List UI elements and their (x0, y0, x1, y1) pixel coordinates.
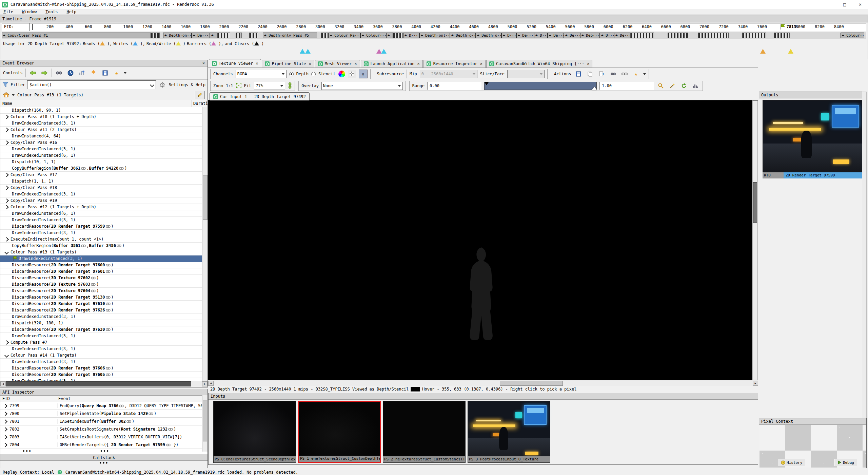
timeline-pass-block[interactable]: + Colour··· (360, 33, 386, 38)
maximize-button[interactable]: □ (837, 0, 852, 9)
tab-close-icon[interactable]: × (480, 61, 482, 66)
settings-help-label[interactable]: Settings & Help (169, 82, 205, 87)
event-row[interactable]: DrawInstanced(4, 64) (0, 133, 208, 139)
timeline-marker-row[interactable] (2, 48, 866, 56)
timeline-pass-block[interactable]: + D··· (501, 33, 516, 38)
tab-close-icon[interactable]: × (417, 61, 420, 66)
find-event-icon[interactable] (55, 69, 63, 77)
gamma-button[interactable]: γ (359, 70, 368, 78)
api-row[interactable]: 7804OMSetRenderTargets({ 2D Render Targe… (0, 441, 208, 449)
texture-horizontal-scrollbar[interactable]: ◀ ▶ (208, 380, 758, 386)
timeline-pass-block[interactable]: + (210, 33, 217, 38)
event-row[interactable]: Copy/Clear Pass #19 (0, 197, 208, 204)
range-slider[interactable] (484, 82, 597, 90)
event-row[interactable]: DiscardResource(2D Texture 97604) (0, 288, 208, 294)
event-row[interactable]: DiscardResource(2D Render Target 95130) (0, 294, 208, 301)
column-name[interactable]: Name (0, 100, 192, 107)
mip-combo[interactable]: 0 - 2560x1440 (420, 70, 477, 78)
timeline-pass-block[interactable]: + (386, 33, 393, 38)
event-row[interactable]: DrawIndexedInstanced(3, 1) (0, 146, 208, 152)
filter-input[interactable]: $action() (27, 80, 156, 89)
event-row[interactable]: CopyBufferRegion(Buffer 3861, Buffer 942… (0, 165, 208, 172)
export-icon[interactable] (101, 69, 110, 77)
filter-settings-gear-icon[interactable] (158, 80, 167, 89)
prev-event-button[interactable] (28, 69, 37, 77)
event-row[interactable]: DiscardResource(2D Render Target 97630) (0, 326, 208, 333)
timeline-pass-block[interactable]: + Depth-o··· (476, 33, 501, 38)
minimize-button[interactable]: – (821, 0, 837, 9)
breadcrumb[interactable]: Colour Pass #13 (1 Targets) (17, 93, 83, 97)
open-resource-icon[interactable] (597, 70, 606, 78)
event-row[interactable]: DiscardResource(2D Render Target 97606) (0, 365, 208, 372)
texture-vertical-scrollbar[interactable] (752, 100, 758, 380)
current-texture-tab[interactable]: Cur Input 1 - 2D Depth Target 97492 (210, 92, 310, 101)
fit-label[interactable]: Fit (244, 83, 252, 88)
timeline-pass-block[interactable]: + D··· (600, 33, 614, 38)
event-browser-close-icon[interactable]: × (202, 60, 205, 66)
event-row[interactable]: Dispatch(160, 90, 1) (0, 107, 208, 114)
next-event-button[interactable] (40, 69, 49, 77)
save-texture-icon[interactable] (574, 70, 583, 78)
texture-display[interactable] (208, 100, 752, 380)
tab-launch-application[interactable]: Launch Application× (361, 60, 423, 68)
timeline-pass-block[interactable]: + Colour Pa··· (329, 33, 360, 38)
event-row[interactable]: Colour Pass #13 (1 Targets) (0, 249, 208, 255)
tab-close-icon[interactable]: × (309, 61, 311, 66)
eid-ruler[interactable]: EID: 20040060080010001200140016001800200… (2, 23, 866, 31)
callstack-section[interactable]: Callstack (0, 455, 208, 461)
timing-icon[interactable] (66, 69, 75, 77)
timeline-pass-block[interactable]: + Depth-o··· (450, 33, 476, 38)
outputs-scrollbar[interactable] (862, 92, 867, 468)
usage-marker-icon[interactable] (788, 49, 793, 54)
api-row[interactable]: 7803IASetVertexBuffers(0, D3D12_VERTEX_B… (0, 433, 208, 441)
statistics-icon[interactable] (78, 69, 86, 77)
tab-caravansandwitch-win64-shipping-[interactable]: CaravanSandWitch_Win64_Shipping [···× (486, 60, 592, 68)
range-autofit-icon[interactable] (668, 81, 677, 90)
event-row[interactable]: Copy/Clear Pass #18 (0, 185, 208, 191)
event-row[interactable]: DrawIndexedInstanced(3, 1) (0, 359, 208, 365)
fit-icon[interactable] (236, 83, 241, 89)
bookmark-icon[interactable]: * (89, 69, 98, 77)
timeline-pass-block[interactable]: + De··· (548, 33, 564, 38)
tab-mesh-viewer[interactable]: Mesh Viewer× (315, 60, 360, 68)
options-caret-icon[interactable] (124, 72, 126, 74)
timeline-pass-block[interactable]: + Depth-on··· (163, 33, 192, 38)
edit-filter-button[interactable] (195, 91, 205, 99)
menu-window[interactable]: Window (22, 10, 37, 14)
usage-marker-icon[interactable] (300, 49, 305, 54)
event-row[interactable]: DrawIndexedInstanced(6, 1) (0, 152, 208, 159)
timeline-pass-block[interactable]: + De··· (564, 33, 580, 38)
pixel-context-view[interactable]: History Debug (760, 425, 866, 468)
tab-texture-viewer[interactable]: Texture Viewer× (209, 59, 261, 68)
menu-file[interactable]: File (3, 10, 13, 14)
debug-button[interactable]: Debug (834, 459, 857, 466)
menu-help[interactable]: Help (66, 10, 76, 14)
flip-y-icon[interactable] (288, 82, 292, 90)
input-thumbnail[interactable]: PS 1 eneTexturesStruct_CustomDepthTextu (298, 401, 381, 463)
tab-close-icon[interactable]: × (587, 61, 589, 66)
event-tree-horizontal-scrollbar[interactable]: ◀ ▶ (0, 381, 208, 386)
api-vertical-scrollbar[interactable] (202, 395, 208, 452)
options-star-icon[interactable]: ★ (112, 69, 121, 77)
home-icon[interactable] (3, 92, 9, 98)
slice-face-combo[interactable] (507, 70, 545, 78)
event-row[interactable]: Copy/Clear Pass #16 (0, 139, 208, 146)
depth-radio[interactable] (289, 72, 294, 76)
tab-resource-inspector[interactable]: Resource Inspector× (423, 60, 486, 68)
api-row[interactable]: 7800SetPipelineState(Pipeline State 1429… (0, 410, 208, 418)
checkerboard-background-button[interactable] (348, 70, 356, 78)
range-reset-icon[interactable] (679, 81, 688, 90)
api-column-eid[interactable]: EID (0, 396, 56, 402)
event-row[interactable]: Compute Pass #7 (0, 339, 208, 346)
breadcrumb-caret-icon[interactable] (12, 94, 15, 96)
event-row[interactable]: DrawIndexedInstanced(3, 1) (0, 378, 208, 381)
api-column-event[interactable]: Event (56, 396, 208, 402)
input-thumbnail[interactable]: PS 2 neTexturesStruct_CustomStencilText (383, 401, 466, 463)
tab-close-icon[interactable]: × (354, 61, 357, 66)
timeline-pass-block[interactable]: + Depth-onl··· (419, 33, 450, 38)
input-thumbnail[interactable]: PS 3 PostProcessInput_0_Texture (468, 401, 550, 463)
event-row[interactable]: Dispatch(320, 180, 1) (0, 320, 208, 326)
channels-combo[interactable]: RGBA (236, 70, 287, 78)
tab-pipeline-state[interactable]: Pipeline State× (262, 60, 314, 68)
copy-icon[interactable] (586, 70, 594, 78)
